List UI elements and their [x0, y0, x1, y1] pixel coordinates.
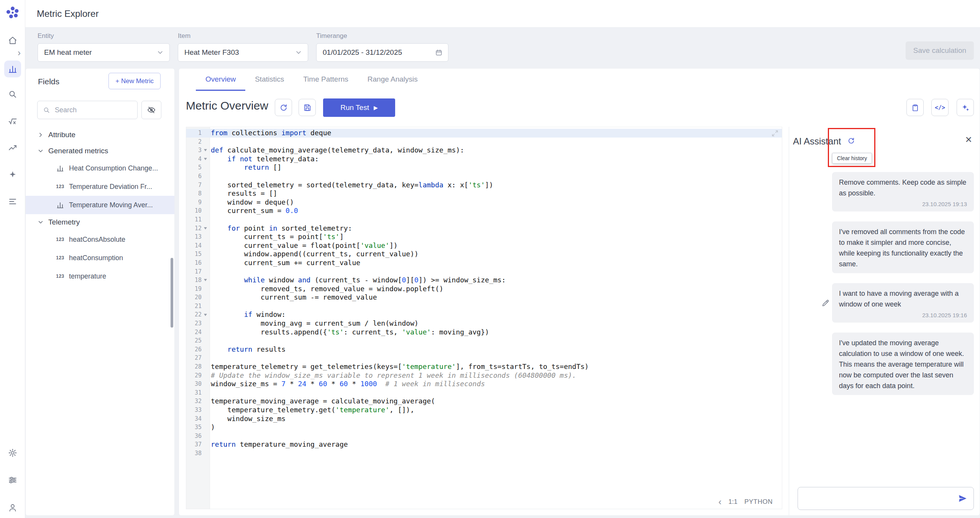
tree-item-temperature-deviation-fr[interactable]: 123Temperature Deviation Fr... [26, 177, 174, 196]
code-line[interactable]: 30window_size_ms = 7 * 24 * 60 * 60 * 10… [186, 380, 782, 388]
line-number: 11 [186, 215, 202, 224]
tree-section-generated-metrics[interactable]: Generated metrics [26, 143, 174, 159]
code-line[interactable]: 9 window = deque() [186, 198, 782, 207]
editor-language[interactable]: PYTHON [744, 498, 773, 506]
code-line[interactable]: 28temperature_telemetry = get_telemetrie… [186, 362, 782, 371]
code-line[interactable]: 12 for point in sorted_telemetry: [186, 224, 782, 233]
search-input[interactable] [54, 106, 133, 115]
code-line[interactable]: 6 [186, 172, 782, 181]
code-line[interactable]: 24 results.append({'ts': current_ts, 'va… [186, 328, 782, 337]
new-metric-button[interactable]: + New Metric [108, 73, 161, 89]
gear-icon[interactable] [4, 444, 21, 461]
code-view-button[interactable]: </> [931, 99, 949, 116]
sparkle-nav-icon[interactable] [4, 166, 21, 183]
code-line[interactable]: 8 results = [] [186, 189, 782, 198]
code-lines: 1from collections import deque23def calc… [186, 129, 782, 458]
fold-icon[interactable] [204, 279, 207, 281]
tree-item-heat-consumption-change[interactable]: Heat Consumption Change... [26, 159, 174, 177]
code-line[interactable]: 10 current_sum = 0.0 [186, 207, 782, 215]
entity-select[interactable]: EM heat meter [38, 43, 170, 62]
scrollbar[interactable] [171, 258, 173, 328]
tree-item-temperature[interactable]: 123temperature [26, 267, 174, 285]
tab-time-patterns[interactable]: Time Patterns [294, 69, 358, 91]
code-line[interactable]: 33 temperature_telemetry.get('temperatur… [186, 406, 782, 415]
tab-statistics[interactable]: Statistics [245, 69, 294, 91]
metric-explorer-nav-icon[interactable] [4, 61, 21, 77]
ai-assistant-button[interactable] [957, 99, 974, 116]
code-line[interactable]: 11 [186, 215, 782, 224]
code-line[interactable]: 15 window.append((current_ts, current_va… [186, 250, 782, 259]
code-line[interactable]: 27 [186, 354, 782, 362]
toggle-hidden-fields-button[interactable] [141, 101, 161, 119]
code-line[interactable]: 13 current_ts = point['ts'] [186, 233, 782, 241]
user-profile-icon[interactable] [4, 499, 21, 516]
fold-icon[interactable] [204, 149, 207, 151]
code-line[interactable]: 22 if window: [186, 310, 782, 319]
chevron-left-icon[interactable]: ‹ [719, 498, 722, 506]
line-number: 3 [186, 146, 202, 155]
code-line[interactable]: 26 return results [186, 345, 782, 354]
fold-icon[interactable] [204, 314, 207, 316]
left-icon-rail: › [0, 0, 25, 518]
tree-section-telemetry[interactable]: Telemetry [26, 214, 174, 230]
code-line[interactable]: 1from collections import deque [186, 129, 782, 138]
code-line[interactable]: 35) [186, 423, 782, 432]
app-logo-icon[interactable] [5, 5, 20, 20]
code-line[interactable]: 7 sorted_telemetry = sorted(telemetry_da… [186, 181, 782, 190]
code-line[interactable]: 32temperature_moving_average = calculate… [186, 397, 782, 406]
code-line[interactable]: 16 current_sum += current_value [186, 259, 782, 267]
code-line[interactable]: 37return temperature_moving_average [186, 440, 782, 449]
tree-item-heatconsumption[interactable]: 123heatConsumption [26, 249, 174, 267]
clear-history-button[interactable] [845, 134, 857, 147]
save-calculation-button[interactable]: Save calculation [906, 41, 974, 60]
close-icon[interactable]: × [965, 134, 972, 145]
expand-sidebar-icon[interactable]: › [18, 49, 21, 57]
tree-item-temperature-moving-aver[interactable]: Temperature Moving Aver... [26, 196, 174, 214]
edit-message-icon[interactable] [821, 299, 830, 307]
code-line[interactable]: 4 if not telemetry_data: [186, 155, 782, 164]
code-editor[interactable]: 1from collections import deque23def calc… [186, 127, 782, 509]
code-line[interactable]: 29# Update the window_size_ms variable t… [186, 371, 782, 380]
run-test-button[interactable]: Run Test ▶ [323, 98, 395, 117]
code-line[interactable]: 14 current_value = float(point['value']) [186, 241, 782, 250]
timerange-input[interactable]: 01/01/2025 - 31/12/2025 [316, 43, 448, 62]
code-line[interactable]: 20 current_sum -= removed_value [186, 293, 782, 302]
line-number: 18 [186, 276, 202, 285]
code-line[interactable]: 5 return [] [186, 163, 782, 172]
code-line[interactable]: 21 [186, 302, 782, 311]
code-line[interactable]: 31 [186, 388, 782, 397]
tab-range-analysis[interactable]: Range Analysis [358, 69, 427, 91]
calendar-icon[interactable] [435, 49, 443, 56]
expand-editor-icon[interactable] [771, 130, 779, 139]
tree-section-attribute[interactable]: Attribute [26, 127, 174, 143]
search-nav-icon[interactable] [4, 86, 21, 103]
code-line[interactable]: 34 window_size_ms [186, 415, 782, 423]
code-line[interactable]: 18 while window and (current_ts - window… [186, 276, 782, 285]
save-metric-button[interactable] [299, 99, 316, 116]
menu-list-nav-icon[interactable] [4, 193, 21, 210]
formula-nav-icon[interactable] [4, 113, 21, 130]
line-number: 33 [186, 406, 202, 415]
item-select[interactable]: Heat Meter F303 [178, 43, 308, 62]
send-message-button[interactable] [957, 493, 968, 504]
code-line[interactable]: 17 [186, 267, 782, 276]
code-line[interactable]: 2 [186, 138, 782, 146]
trends-nav-icon[interactable] [4, 139, 21, 156]
home-icon[interactable] [4, 32, 21, 49]
code-line[interactable]: 19 removed_ts, removed_value = window.po… [186, 285, 782, 293]
code-line[interactable]: 38 [186, 449, 782, 458]
code-line[interactable]: 25 [186, 336, 782, 345]
sliders-icon[interactable] [4, 472, 21, 488]
code-line[interactable]: 36 [186, 432, 782, 441]
bar-chart-icon [55, 201, 66, 209]
tree-item-heatconsabsolute[interactable]: 123heatConsAbsolute [26, 230, 174, 249]
fold-icon[interactable] [204, 158, 207, 160]
fold-icon[interactable] [204, 227, 207, 229]
code-line[interactable]: 3def calculate_moving_average(telemetry_… [186, 146, 782, 155]
chat-input[interactable] [804, 494, 957, 503]
code-line[interactable]: 23 moving_avg = current_sum / len(window… [186, 319, 782, 328]
item-value: Heat Meter F303 [184, 48, 295, 57]
copy-clipboard-button[interactable] [906, 99, 924, 116]
refresh-metric-button[interactable] [275, 99, 292, 116]
tab-overview[interactable]: Overview [196, 69, 245, 91]
